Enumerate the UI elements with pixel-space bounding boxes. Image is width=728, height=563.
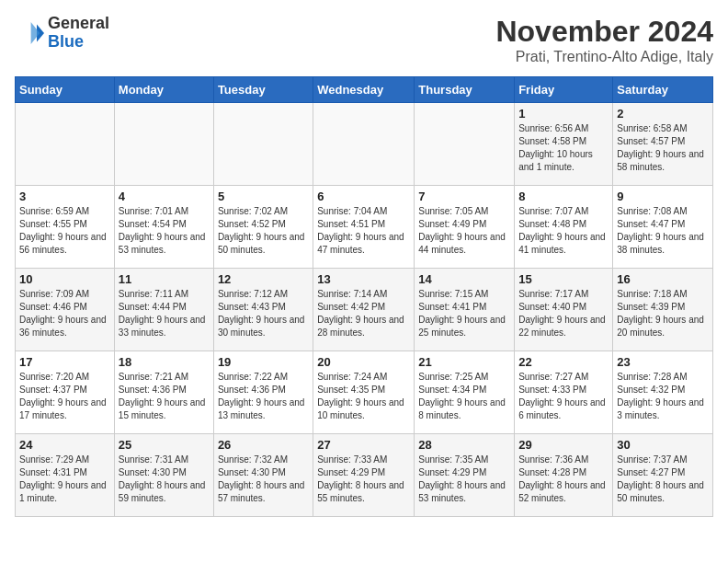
calendar-cell: 3Sunrise: 6:59 AM Sunset: 4:55 PM Daylig…: [16, 186, 115, 269]
day-info: Sunrise: 6:58 AM Sunset: 4:57 PM Dayligh…: [617, 122, 709, 174]
calendar-cell: 9Sunrise: 7:08 AM Sunset: 4:47 PM Daylig…: [613, 186, 713, 269]
logo: General Blue: [15, 15, 109, 52]
calendar-cell: 17Sunrise: 7:20 AM Sunset: 4:37 PM Dayli…: [16, 351, 115, 434]
month-title: November 2024: [495, 15, 713, 49]
day-number: 9: [617, 190, 709, 203]
calendar-cell: 19Sunrise: 7:22 AM Sunset: 4:36 PM Dayli…: [213, 351, 313, 434]
weekday-header: Thursday: [415, 77, 515, 103]
day-number: 14: [418, 272, 510, 286]
calendar-cell: 28Sunrise: 7:35 AM Sunset: 4:29 PM Dayli…: [415, 434, 515, 517]
day-info: Sunrise: 7:24 AM Sunset: 4:35 PM Dayligh…: [317, 371, 410, 422]
calendar-cell: 2Sunrise: 6:58 AM Sunset: 4:57 PM Daylig…: [613, 103, 713, 186]
calendar-week-row: 17Sunrise: 7:20 AM Sunset: 4:37 PM Dayli…: [16, 351, 713, 434]
day-info: Sunrise: 7:28 AM Sunset: 4:32 PM Dayligh…: [617, 371, 709, 422]
day-info: Sunrise: 6:59 AM Sunset: 4:55 PM Dayligh…: [19, 205, 110, 257]
day-info: Sunrise: 7:05 AM Sunset: 4:49 PM Dayligh…: [418, 205, 510, 257]
calendar-cell: 6Sunrise: 7:04 AM Sunset: 4:51 PM Daylig…: [313, 186, 415, 269]
day-info: Sunrise: 7:18 AM Sunset: 4:39 PM Dayligh…: [617, 288, 709, 339]
calendar-cell: 13Sunrise: 7:14 AM Sunset: 4:42 PM Dayli…: [313, 269, 415, 351]
logo-general: General: [48, 14, 109, 32]
logo-blue: Blue: [48, 32, 84, 51]
day-number: 18: [119, 355, 210, 369]
calendar-cell: 7Sunrise: 7:05 AM Sunset: 4:49 PM Daylig…: [415, 186, 515, 269]
calendar-cell: 12Sunrise: 7:12 AM Sunset: 4:43 PM Dayli…: [213, 269, 313, 351]
day-number: 19: [218, 355, 309, 369]
calendar-cell: 24Sunrise: 7:29 AM Sunset: 4:31 PM Dayli…: [16, 434, 115, 517]
day-info: Sunrise: 7:02 AM Sunset: 4:52 PM Dayligh…: [218, 205, 309, 257]
calendar-cell: [313, 103, 415, 186]
day-number: 11: [119, 272, 210, 286]
calendar-cell: 26Sunrise: 7:32 AM Sunset: 4:30 PM Dayli…: [213, 434, 313, 517]
calendar-cell: 30Sunrise: 7:37 AM Sunset: 4:27 PM Dayli…: [613, 434, 713, 517]
page-header: General Blue November 2024 Prati, Trenti…: [15, 15, 713, 65]
day-number: 28: [418, 438, 510, 452]
day-number: 7: [418, 190, 510, 203]
calendar-cell: [114, 103, 213, 186]
day-info: Sunrise: 7:21 AM Sunset: 4:36 PM Dayligh…: [119, 371, 210, 422]
weekday-header: Tuesday: [213, 77, 313, 103]
calendar-cell: [415, 103, 515, 186]
logo-icon: [15, 18, 44, 48]
day-info: Sunrise: 7:11 AM Sunset: 4:44 PM Dayligh…: [119, 288, 210, 339]
calendar-cell: [16, 103, 115, 186]
calendar-cell: 5Sunrise: 7:02 AM Sunset: 4:52 PM Daylig…: [213, 186, 313, 269]
calendar-cell: 18Sunrise: 7:21 AM Sunset: 4:36 PM Dayli…: [114, 351, 213, 434]
calendar-cell: 14Sunrise: 7:15 AM Sunset: 4:41 PM Dayli…: [415, 269, 515, 351]
day-number: 6: [317, 190, 410, 203]
day-info: Sunrise: 7:27 AM Sunset: 4:33 PM Dayligh…: [518, 371, 609, 422]
day-info: Sunrise: 7:04 AM Sunset: 4:51 PM Dayligh…: [317, 205, 410, 257]
location-title: Prati, Trentino-Alto Adige, Italy: [495, 49, 713, 65]
day-number: 17: [19, 355, 110, 369]
calendar-table: SundayMondayTuesdayWednesdayThursdayFrid…: [15, 76, 713, 517]
day-number: 22: [518, 355, 609, 369]
day-info: Sunrise: 7:35 AM Sunset: 4:29 PM Dayligh…: [418, 454, 510, 505]
weekday-header: Friday: [515, 77, 613, 103]
calendar-cell: 27Sunrise: 7:33 AM Sunset: 4:29 PM Dayli…: [313, 434, 415, 517]
day-number: 16: [617, 272, 709, 286]
day-info: Sunrise: 7:37 AM Sunset: 4:27 PM Dayligh…: [617, 454, 709, 505]
day-info: Sunrise: 7:29 AM Sunset: 4:31 PM Dayligh…: [19, 454, 110, 505]
calendar-cell: [213, 103, 313, 186]
day-number: 25: [119, 438, 210, 452]
calendar-cell: 23Sunrise: 7:28 AM Sunset: 4:32 PM Dayli…: [613, 351, 713, 434]
day-number: 10: [19, 272, 110, 286]
day-info: Sunrise: 7:25 AM Sunset: 4:34 PM Dayligh…: [418, 371, 510, 422]
day-info: Sunrise: 7:20 AM Sunset: 4:37 PM Dayligh…: [19, 371, 110, 422]
day-info: Sunrise: 7:32 AM Sunset: 4:30 PM Dayligh…: [218, 454, 309, 505]
weekday-header: Monday: [114, 77, 213, 103]
day-info: Sunrise: 7:12 AM Sunset: 4:43 PM Dayligh…: [218, 288, 309, 339]
day-number: 8: [518, 190, 609, 203]
day-info: Sunrise: 7:31 AM Sunset: 4:30 PM Dayligh…: [119, 454, 210, 505]
calendar-cell: 21Sunrise: 7:25 AM Sunset: 4:34 PM Dayli…: [415, 351, 515, 434]
calendar-week-row: 1Sunrise: 6:56 AM Sunset: 4:58 PM Daylig…: [16, 103, 713, 186]
day-info: Sunrise: 7:08 AM Sunset: 4:47 PM Dayligh…: [617, 205, 709, 257]
calendar-cell: 20Sunrise: 7:24 AM Sunset: 4:35 PM Dayli…: [313, 351, 415, 434]
day-number: 20: [317, 355, 410, 369]
day-number: 29: [518, 438, 609, 452]
day-info: Sunrise: 7:33 AM Sunset: 4:29 PM Dayligh…: [317, 454, 410, 505]
weekday-header-row: SundayMondayTuesdayWednesdayThursdayFrid…: [16, 77, 713, 103]
day-number: 26: [218, 438, 309, 452]
calendar-week-row: 3Sunrise: 6:59 AM Sunset: 4:55 PM Daylig…: [16, 186, 713, 269]
logo-text: General Blue: [48, 15, 109, 52]
day-info: Sunrise: 7:07 AM Sunset: 4:48 PM Dayligh…: [518, 205, 609, 257]
day-info: Sunrise: 7:36 AM Sunset: 4:28 PM Dayligh…: [518, 454, 609, 505]
day-info: Sunrise: 7:14 AM Sunset: 4:42 PM Dayligh…: [317, 288, 410, 339]
day-number: 27: [317, 438, 410, 452]
day-number: 23: [617, 355, 709, 369]
calendar-cell: 8Sunrise: 7:07 AM Sunset: 4:48 PM Daylig…: [515, 186, 613, 269]
calendar-week-row: 24Sunrise: 7:29 AM Sunset: 4:31 PM Dayli…: [16, 434, 713, 517]
weekday-header: Wednesday: [313, 77, 415, 103]
day-info: Sunrise: 7:01 AM Sunset: 4:54 PM Dayligh…: [119, 205, 210, 257]
calendar-cell: 15Sunrise: 7:17 AM Sunset: 4:40 PM Dayli…: [515, 269, 613, 351]
weekday-header: Sunday: [16, 77, 115, 103]
day-number: 2: [617, 107, 709, 121]
day-number: 1: [518, 107, 609, 121]
calendar-cell: 16Sunrise: 7:18 AM Sunset: 4:39 PM Dayli…: [613, 269, 713, 351]
day-number: 12: [218, 272, 309, 286]
day-number: 3: [19, 190, 110, 203]
day-number: 13: [317, 272, 410, 286]
title-area: November 2024 Prati, Trentino-Alto Adige…: [495, 15, 713, 65]
day-info: Sunrise: 7:15 AM Sunset: 4:41 PM Dayligh…: [418, 288, 510, 339]
day-number: 30: [617, 438, 709, 452]
